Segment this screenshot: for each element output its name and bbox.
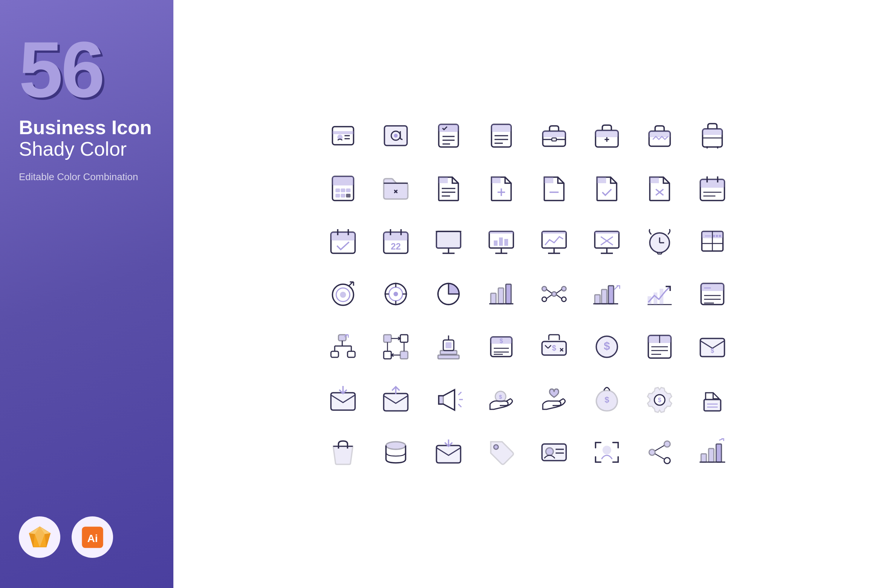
icon-contact-card (320, 113, 366, 158)
svg-rect-81 (436, 231, 461, 248)
icon-document-lines (479, 113, 524, 158)
svg-line-211 (458, 404, 461, 407)
icon-presentation-bar-chart (479, 219, 524, 264)
svg-rect-61 (597, 177, 606, 183)
svg-point-232 (664, 441, 670, 447)
svg-rect-237 (701, 454, 706, 462)
icon-presentation-line-chart (531, 219, 577, 264)
svg-line-142 (556, 295, 562, 299)
svg-line-236 (655, 454, 664, 459)
icon-bar-chart-2 (584, 271, 629, 317)
icon-briefcase2 (584, 113, 629, 158)
icon-money-bag: $ (584, 377, 629, 422)
svg-rect-238 (709, 449, 714, 462)
svg-point-228 (546, 448, 553, 455)
icon-target (320, 271, 366, 317)
svg-point-111 (713, 235, 715, 237)
svg-point-16 (394, 134, 398, 138)
right-panel: 22 (173, 0, 882, 588)
svg-point-135 (542, 286, 547, 291)
svg-rect-96 (595, 231, 619, 248)
svg-rect-90 (499, 237, 503, 246)
svg-rect-176 (438, 355, 459, 359)
icon-calculator (320, 166, 366, 211)
svg-rect-145 (608, 286, 614, 304)
icon-grid: 22 (320, 113, 735, 475)
svg-rect-76 (384, 232, 408, 240)
svg-rect-30 (552, 138, 556, 141)
icon-email-at (373, 113, 418, 158)
icon-calendar-22: 22 (373, 219, 418, 264)
icon-presentation-x (584, 219, 629, 264)
svg-rect-56 (492, 177, 501, 183)
icon-database-2 (373, 430, 418, 475)
svg-rect-170 (400, 335, 408, 342)
svg-text:$: $ (605, 395, 609, 404)
svg-point-233 (649, 449, 655, 455)
icon-share (637, 430, 682, 475)
title-shady: Shady Color (19, 138, 155, 160)
svg-rect-150 (660, 289, 663, 305)
left-top: 56 Business Icon Shady Color Editable Co… (19, 30, 155, 183)
svg-rect-143 (595, 295, 600, 304)
icon-bar-chart-1 (479, 271, 524, 317)
svg-rect-52 (439, 177, 448, 183)
icon-document-check (584, 166, 629, 211)
svg-text:$: $ (711, 348, 714, 354)
svg-line-139 (547, 289, 552, 293)
icon-document-x (637, 166, 682, 211)
svg-rect-43 (332, 176, 354, 185)
svg-rect-206 (384, 394, 408, 411)
svg-rect-38 (703, 129, 722, 135)
svg-rect-45 (341, 188, 345, 192)
icon-email-upload (373, 377, 418, 422)
svg-rect-23 (492, 124, 511, 132)
icon-luggage (690, 113, 735, 158)
svg-rect-28 (543, 131, 565, 137)
svg-rect-89 (494, 240, 498, 246)
svg-line-141 (547, 295, 552, 299)
svg-line-235 (655, 446, 664, 451)
icon-trending-up (637, 271, 682, 317)
icon-briefcase1 (531, 113, 577, 158)
svg-rect-132 (506, 284, 511, 304)
icon-shopping-bag (320, 430, 366, 475)
svg-rect-131 (498, 288, 504, 304)
svg-text:$: $ (552, 344, 556, 352)
svg-rect-97 (595, 231, 619, 234)
icon-calendar-list (690, 166, 735, 211)
icon-gear-dollar: $ (637, 377, 682, 422)
svg-rect-92 (542, 231, 566, 248)
icon-checklist (426, 113, 471, 158)
svg-text:22: 22 (391, 241, 401, 251)
icon-network-nodes (531, 271, 577, 317)
icon-document-add (479, 166, 524, 211)
svg-rect-18 (439, 124, 458, 132)
svg-rect-8 (332, 127, 354, 145)
svg-rect-36 (649, 131, 670, 137)
icon-currency-exchange: $ (531, 324, 577, 369)
icon-email-dollar: $ (690, 324, 735, 369)
svg-rect-157 (338, 335, 346, 341)
svg-rect-66 (700, 179, 724, 188)
svg-rect-208 (439, 396, 443, 404)
icon-alarm-clock (637, 219, 682, 264)
left-panel: 56 Business Icon Shady Color Editable Co… (0, 0, 173, 588)
app-badges: Ai (19, 516, 155, 558)
svg-point-113 (719, 235, 721, 237)
svg-point-116 (340, 292, 346, 298)
subtitle: Editable Color Combination (19, 171, 155, 183)
svg-rect-149 (654, 292, 657, 305)
icon-document-minus (531, 166, 577, 211)
svg-text:Ai: Ai (87, 533, 98, 544)
svg-rect-32 (596, 130, 618, 137)
svg-point-112 (716, 235, 718, 237)
svg-text:$: $ (499, 394, 502, 400)
icon-invoice: $ (479, 324, 524, 369)
icon-list-detail (690, 271, 735, 317)
svg-rect-72 (331, 232, 355, 240)
icon-folder (373, 166, 418, 211)
svg-rect-93 (542, 231, 566, 234)
svg-point-234 (664, 458, 670, 464)
svg-rect-59 (544, 177, 553, 183)
